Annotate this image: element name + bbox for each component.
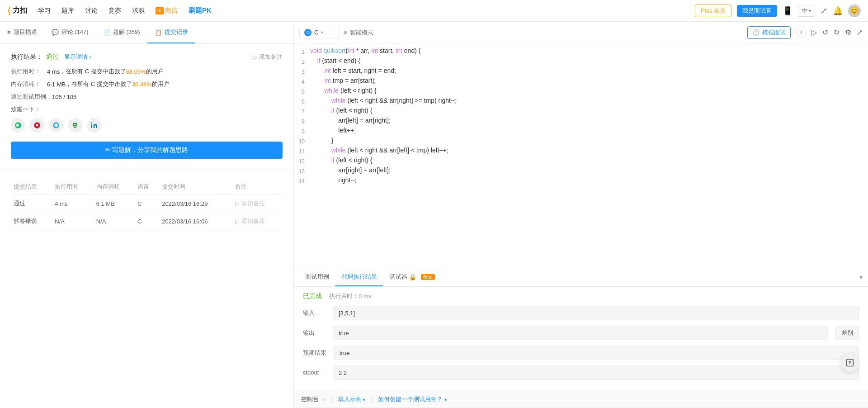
logo-icon: ⟨ [7,5,11,16]
row1-submit-time: 2022/03/16 16:29 [159,195,232,213]
console-label[interactable]: 控制台 [301,395,319,403]
nav-pk[interactable]: 刷题PK [189,6,212,15]
line-num-10: 10 [294,137,310,147]
tab-solutions[interactable]: 📄 题解 (359) [96,22,147,43]
language-selector[interactable]: ① C ▾ [299,27,340,38]
redo-icon[interactable]: ↻ [834,28,840,37]
nav-contest[interactable]: 竞赛 [108,7,121,15]
exec-result-label: 执行结果： [11,53,42,61]
left-tabs: ≡ 题目描述 💬 评论 (147) 📄 题解 (359) 📋 提交记录 [0,22,293,44]
line-content-10: } [310,137,868,144]
share-wechat-icon[interactable] [11,118,25,133]
input-label: 输入 [303,306,326,320]
line-num-11: 11 [294,147,310,157]
nav-jobs[interactable]: 求职 [132,7,145,15]
add-note-top[interactable]: ▷ 添加备注 [253,53,283,61]
row1-lang: C [135,195,159,213]
tab-code-results[interactable]: 代码执行结果 [335,268,383,286]
console-divider: | [331,396,333,403]
line-content-7: if (left < right) { [310,107,868,114]
fullscreen-icon[interactable]: ⤢ [821,6,827,16]
time-stat-value: 4 ms [47,68,60,75]
add-note-icon-2: ▷ [235,218,240,225]
exec-time-info: 执行用时：0 ms [329,292,371,300]
device-icon[interactable]: 📱 [783,6,793,16]
lang-toggle[interactable]: 中▾ [798,5,815,17]
fill-example-btn[interactable]: 填入示例 ▾ [338,395,366,403]
tab-submissions[interactable]: 📋 提交记录 [147,22,195,43]
col-time: 执行用时 [52,179,93,195]
col-mem: 内存消耗 [94,179,135,195]
editor-header: ① C ▾ 智能模式 🕐 模拟面试 i ▷ ↺ ↻ ⚙ ⤢ [294,22,868,43]
code-editor-area[interactable]: 1 void quiksort(int * arr, int start, in… [294,43,868,268]
undo-icon[interactable]: ↺ [822,28,828,37]
share-linkedin-icon[interactable] [87,118,101,133]
avatar[interactable]: 😊 [848,5,861,17]
logo[interactable]: ⟨ 力扣 [7,5,27,16]
mem-stat-label: 内存消耗： [11,80,47,88]
nav-discuss[interactable]: 讨论 [85,7,98,15]
table-row: 解答错误 N/A N/A C 2022/03/16 16:06 ▷ 添加备注 [11,213,283,230]
mem-stat-row: 内存消耗： 6.1 MB ，在所有 C 提交中击败了 36.48% 的用户 [11,80,283,88]
share-weibo-icon[interactable] [30,118,44,133]
row2-note: ▷ 添加备注 [232,213,283,230]
row2-add-note[interactable]: ▷ 添加备注 [235,217,280,225]
floating-action-icon[interactable] [841,354,859,372]
status-completed: 已完成 [303,292,322,300]
stdout-label: stdout [303,365,326,380]
left-panel: ≡ 题目描述 💬 评论 (147) 📄 题解 (359) 📋 提交记录 执行结果… [0,22,294,408]
collapse-test-panel-icon[interactable]: ▾ [859,274,863,281]
tab-comments[interactable]: 💬 评论 (147) [44,22,96,43]
line-num-13: 13 [294,166,310,176]
console-bar: 控制台 ▾ | 填入示例 ▾ | 如何创建一个测试用例？ ▾ [294,391,868,408]
interviewer-button[interactable]: 我是面试官 [737,5,777,17]
test-case-stat-row: 通过测试用例： 105 / 105 [11,93,283,101]
row1-time: 4 ms [52,195,93,213]
svg-point-1 [91,122,92,123]
how-to-create-link[interactable]: 如何创建一个测试用例？ ▾ [378,395,447,403]
tab-test-cases[interactable]: 测试用例 [299,268,335,286]
row1-add-note[interactable]: ▷ 添加备注 [235,199,280,208]
code-line-8: 8 arr[left] = arr[right]; [294,117,868,127]
code-line-2: 2 if (start < end) { [294,57,868,67]
share-qq-icon[interactable] [49,118,63,133]
simulate-interview-btn[interactable]: 🕐 模拟面试 [747,26,791,39]
plus-member-button[interactable]: Plus 会员 [695,5,731,17]
notification-icon[interactable]: 🔔 [833,6,843,16]
code-line-12: 12 if (left < right) { [294,157,868,166]
nav-problems[interactable]: 题库 [61,7,74,15]
line-num-5: 5 [294,87,310,97]
diff-button[interactable]: 差别 [835,326,859,340]
add-note-icon-1: ▷ [235,200,240,207]
result-pass: 通过 [46,53,59,61]
write-solution-button[interactable]: ✏ 写题解，分享我的解题思路 [11,142,283,159]
lang-chevron-icon: ▾ [321,30,323,35]
expected-value: true [334,346,859,360]
nav-learn[interactable]: 学习 [38,7,51,15]
test-output-row: 输出 true 差别 [303,326,859,340]
info-icon[interactable]: i [796,28,806,38]
tab-description[interactable]: ≡ 题目描述 [0,22,44,43]
row1-result[interactable]: 通过 [11,195,52,213]
col-submit-time: 提交时间 [159,179,232,195]
output-label: 输出 [303,326,326,340]
expected-label: 预期结果 [303,346,326,360]
nav-store[interactable]: 田 商店 [156,7,178,15]
detail-link[interactable]: 显示详情 › [64,53,91,61]
code-line-4: 4 int tmp = arr[start]; [294,77,868,87]
divider [0,170,293,170]
run-icon[interactable]: ▷ [811,28,817,37]
line-content-14: right--; [310,176,868,184]
clock-icon: 🕐 [752,29,760,36]
input-value: [3,5,1] [333,306,859,320]
share-douban-icon[interactable] [68,118,82,133]
col-lang: 语言 [135,179,159,195]
settings-icon[interactable]: ⚙ [845,28,851,37]
smart-mode-label: 智能模式 [350,28,373,37]
store-badge: 田 [156,7,164,14]
expand-icon[interactable]: ⤢ [857,28,863,37]
line-content-11: while (left < right && arr[left] < tmp) … [310,147,868,154]
line-num-9: 9 [294,127,310,137]
row2-result[interactable]: 解答错误 [11,213,52,230]
tab-debugger[interactable]: 调试器 🔒 Beta [383,268,441,286]
